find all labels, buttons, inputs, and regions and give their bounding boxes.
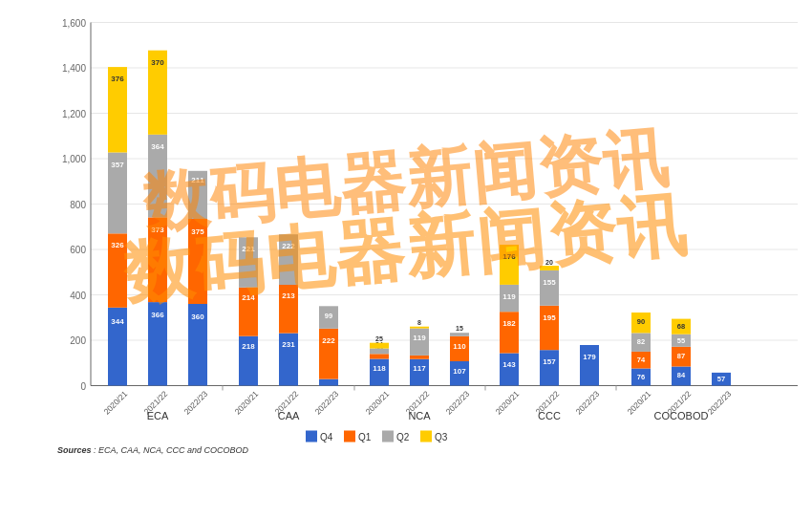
svg-text:179: 179 [583, 353, 596, 361]
svg-text:600: 600 [70, 245, 86, 255]
svg-text:1,200: 1,200 [62, 109, 86, 119]
svg-text:231: 231 [282, 340, 295, 349]
svg-text:68: 68 [677, 322, 685, 331]
svg-text:99: 99 [325, 312, 332, 320]
xlabel-ccc-2020: 2020/21 [493, 389, 521, 417]
xlabel-cocobod-2022: 2022/23 [705, 389, 733, 417]
xlabel-cocobod-2020: 2020/21 [625, 389, 652, 417]
legend-q2-label: Q2 [396, 432, 410, 442]
svg-text:15: 15 [456, 325, 463, 332]
xlabel-eca-2022: 2022/23 [182, 389, 209, 417]
svg-text:376: 376 [111, 75, 124, 83]
svg-text:370: 370 [151, 58, 164, 67]
svg-text:157: 157 [543, 357, 556, 366]
svg-text:326: 326 [111, 241, 124, 249]
svg-text:222: 222 [282, 242, 295, 250]
svg-text:375: 375 [191, 227, 204, 236]
svg-text:90: 90 [637, 317, 645, 326]
bar-nca-2020-Q2 [370, 349, 389, 355]
svg-text:357: 357 [111, 161, 124, 169]
xlabel-nca-2020: 2020/21 [363, 389, 391, 417]
bar-nca-2021-Q3 [410, 327, 429, 329]
svg-text:76: 76 [637, 373, 645, 381]
bar-ccc-2020-Q4 [500, 354, 519, 386]
legend-q1-label: Q1 [358, 432, 372, 442]
bar-nca-2020-Q3 [370, 343, 389, 349]
svg-text:1,600: 1,600 [62, 18, 86, 29]
bar-ccc-2021-Q4 [540, 350, 559, 385]
legend-q2-box [382, 431, 394, 442]
bar-nca-2020-Q1 [370, 354, 389, 358]
svg-text:143: 143 [502, 360, 516, 369]
svg-text:118: 118 [373, 364, 386, 373]
svg-text:8: 8 [417, 319, 421, 326]
xlabel-caa-2020: 2020/21 [232, 389, 260, 417]
xlabel-caa-2022: 2022/23 [312, 389, 340, 417]
svg-text:20: 20 [545, 259, 553, 266]
svg-text:221: 221 [242, 245, 255, 253]
svg-text:800: 800 [70, 200, 86, 210]
main-chart: 1,600 1,400 1,200 1,000 800 600 400 200 [53, 10, 802, 461]
legend-q4-label: Q4 [320, 432, 333, 442]
svg-text:366: 366 [151, 311, 164, 319]
bar-ccc-2020-Q3 [500, 245, 519, 285]
svg-text:74: 74 [637, 356, 646, 364]
xlabel-ccc-2022: 2022/23 [573, 389, 601, 417]
svg-text:195: 195 [543, 313, 556, 322]
bar-ccc-2021-Q3 [540, 266, 559, 270]
svg-text:55: 55 [677, 336, 685, 345]
svg-text:373: 373 [151, 226, 164, 234]
svg-text:0: 0 [80, 381, 86, 392]
chart-container: 数码电器新闻资讯 1,600 1,400 1,200 1,000 80 [0, 0, 812, 518]
svg-text:87: 87 [677, 352, 685, 360]
svg-text:176: 176 [502, 252, 516, 261]
bar-ccc-2021-Q2 [540, 270, 559, 306]
bar-caa-2022-Q4 [319, 379, 338, 386]
svg-text:110: 110 [453, 342, 466, 351]
svg-text:360: 360 [191, 313, 204, 321]
svg-text:400: 400 [70, 291, 86, 301]
svg-text:107: 107 [453, 367, 466, 376]
svg-text:218: 218 [242, 342, 255, 351]
legend-q1-box [344, 431, 355, 442]
svg-text:57: 57 [717, 375, 725, 383]
svg-text:182: 182 [502, 319, 516, 328]
svg-text:155: 155 [543, 278, 556, 287]
svg-text:119: 119 [502, 292, 516, 301]
svg-text:117: 117 [413, 364, 426, 373]
xlabel-nca-2022: 2022/23 [443, 389, 471, 417]
bar-nca-2022-Q2 [450, 333, 469, 336]
svg-text:1,000: 1,000 [62, 154, 86, 164]
svg-text:200: 200 [70, 335, 86, 346]
legend-q4-box [306, 431, 317, 442]
sources-label: Sources : ECA, CAA, NCA, CCC and COCOBOD [57, 445, 249, 455]
svg-text:82: 82 [637, 337, 645, 346]
bar-ccc-2022-Q4 [580, 345, 599, 386]
bar-nca-2021-Q1 [410, 356, 429, 359]
svg-text:222: 222 [322, 336, 335, 345]
svg-text:364: 364 [151, 142, 164, 151]
svg-text:1,400: 1,400 [62, 63, 86, 74]
svg-text:214: 214 [242, 293, 255, 302]
group-label-cocobod: COCOBOD [654, 410, 709, 421]
svg-text:213: 213 [282, 291, 295, 300]
svg-text:211: 211 [191, 176, 204, 184]
xlabel-eca-2020: 2020/21 [101, 389, 129, 417]
svg-text:344: 344 [111, 317, 124, 326]
svg-text:84: 84 [677, 371, 686, 379]
svg-text:25: 25 [375, 335, 383, 342]
legend-q3-box [420, 431, 432, 442]
legend-q3-label: Q3 [435, 432, 448, 442]
svg-text:119: 119 [413, 334, 426, 342]
